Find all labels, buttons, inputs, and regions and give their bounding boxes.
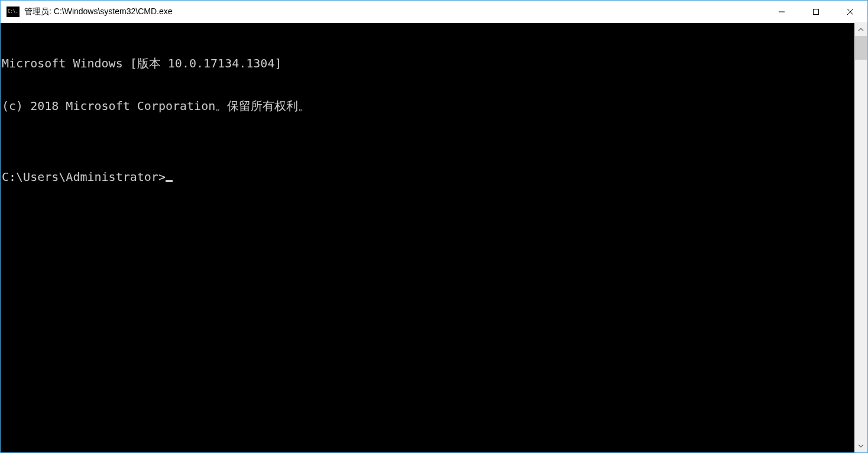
- terminal-line-copyright: (c) 2018 Microsoft Corporation。保留所有权利。: [2, 99, 854, 113]
- titlebar[interactable]: C:\. 管理员: C:\Windows\system32\CMD.exe: [1, 1, 867, 23]
- minimize-button[interactable]: [765, 1, 799, 22]
- terminal-container: Microsoft Windows [版本 10.0.17134.1304] (…: [1, 23, 867, 452]
- scrollbar-track[interactable]: [854, 36, 867, 439]
- vertical-scrollbar[interactable]: [854, 23, 867, 452]
- maximize-button[interactable]: [799, 1, 833, 22]
- scrollbar-thumb[interactable]: [855, 36, 867, 60]
- terminal-prompt-line: C:\Users\Administrator>: [2, 170, 854, 184]
- terminal-line-version: Microsoft Windows [版本 10.0.17134.1304]: [2, 56, 854, 70]
- window-controls: [765, 1, 867, 22]
- terminal-cursor: [166, 180, 173, 182]
- maximize-icon: [812, 8, 820, 15]
- minimize-icon: [778, 8, 785, 15]
- close-button[interactable]: [833, 1, 867, 22]
- scrollbar-up-button[interactable]: [854, 23, 867, 36]
- cmd-icon: C:\.: [7, 7, 20, 17]
- window-title: 管理员: C:\Windows\system32\CMD.exe: [24, 7, 765, 17]
- terminal-output[interactable]: Microsoft Windows [版本 10.0.17134.1304] (…: [1, 23, 854, 452]
- scrollbar-down-button[interactable]: [854, 439, 867, 452]
- svg-rect-1: [814, 9, 819, 14]
- chevron-up-icon: [858, 27, 864, 33]
- cmd-icon-text: C:\.: [7, 9, 18, 14]
- cmd-window: C:\. 管理员: C:\Windows\system32\CMD.exe Mi…: [0, 0, 868, 453]
- close-icon: [847, 8, 854, 15]
- terminal-prompt: C:\Users\Administrator>: [2, 170, 166, 184]
- chevron-down-icon: [858, 443, 864, 449]
